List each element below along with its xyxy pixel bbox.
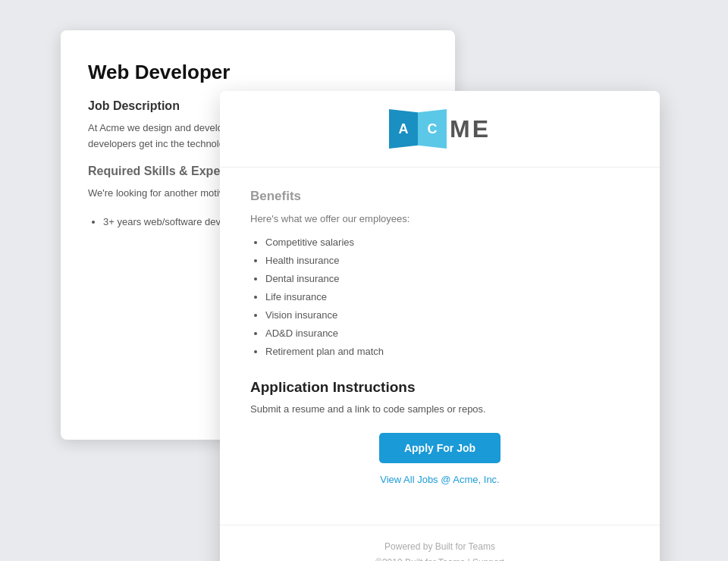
benefit-item-3: Dental insurance [265,270,629,288]
job-title: Web Developer [88,61,428,84]
benefit-item-7: Retirement plan and match [265,343,629,361]
book-right-letter: C [428,121,438,137]
benefit-item-2: Health insurance [265,252,629,270]
book-right-page: C [418,109,447,149]
acme-text: ME [450,115,491,143]
benefit-item-1: Competitive salaries [265,233,629,252]
card-body: Benefits Here's what we offer our employ… [220,168,660,525]
footer-powered-by: Powered by Built for Teams [250,539,629,554]
benefit-item-6: AD&D insurance [265,324,629,343]
benefit-item-5: Vision insurance [265,306,629,324]
book-left-page: A [389,109,418,149]
card-footer: Powered by Built for Teams ©2019 Built f… [220,539,660,561]
card-header: A C ME [220,91,660,168]
benefit-item-4: Life insurance [265,288,629,306]
benefits-subtitle: Here's what we offer our employees: [250,213,629,224]
app-instructions-title: Application Instructions [250,379,629,396]
book-left-letter: A [399,121,409,137]
view-all-jobs-link[interactable]: View All Jobs @ Acme, Inc. [250,474,629,485]
acme-book: A C [389,109,447,149]
card-divider [220,525,660,525]
benefits-list: Competitive salaries Health insurance De… [250,233,629,361]
front-card: A C ME Benefits Here's what we offer our… [220,91,660,561]
benefits-title: Benefits [250,189,629,204]
app-instructions-text: Submit a resume and a link to code sampl… [250,403,629,415]
footer-copyright: ©2019 Built for Teams | Support [250,555,629,561]
acme-logo: A C ME [389,109,491,149]
apply-for-job-button[interactable]: Apply For Job [379,433,500,463]
